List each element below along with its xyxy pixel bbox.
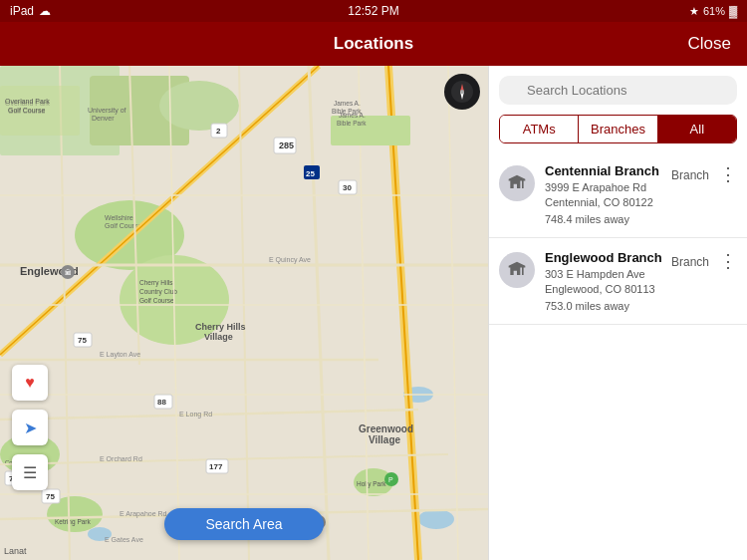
favorite-button[interactable]: ♥ [12,365,48,401]
location-button[interactable]: ➤ [12,410,48,445]
svg-text:75: 75 [78,336,87,345]
battery-percent: 61% [703,5,725,17]
svg-text:P: P [388,476,393,483]
svg-text:25: 25 [306,169,315,178]
close-button[interactable]: Close [688,34,731,54]
location-type: Branch [671,255,709,269]
page-title: Locations [334,34,413,54]
svg-point-19 [418,509,454,529]
svg-text:177: 177 [209,462,223,471]
location-list: Centennial Branch 3999 E Arapahoe Rd Cen… [489,151,747,560]
location-name: Centennial Branch [545,163,671,178]
svg-text:James A.: James A. [334,100,361,107]
time-label: 12:52 PM [348,4,398,18]
svg-text:Village: Village [369,434,400,445]
svg-text:Holly Park: Holly Park [357,480,386,488]
location-address: 303 E Hampden Ave Englewood, CO 80113 [545,267,671,298]
search-area-button[interactable]: Search Area [164,508,324,540]
location-type: Branch [671,168,709,182]
right-panel: 🔍 ATMs Branches All Centennial Branch [488,66,747,560]
location-distance: 753.0 miles away [545,300,671,312]
svg-text:2: 2 [216,127,221,136]
search-input[interactable] [499,76,737,105]
list-item[interactable]: Englewood Branch 303 E Hampden Ave Engle… [489,238,747,325]
tab-atms[interactable]: ATMs [500,116,579,142]
svg-text:E Long Rd: E Long Rd [179,411,212,419]
branch-icon [499,252,535,288]
location-meta: Branch ⋮ [671,163,737,185]
location-address: 3999 E Arapahoe Rd Centennial, CO 80122 [545,180,671,211]
svg-text:285: 285 [279,140,294,150]
carrier-label: iPad [10,4,34,18]
svg-text:E Layton Ave: E Layton Ave [100,351,140,359]
lanat-label: Lanat [4,546,27,556]
map-area[interactable]: Wellshire Golf Course Cherry Hills Count… [0,66,488,560]
svg-text:Golf Course: Golf Course [139,297,174,304]
svg-text:88: 88 [157,398,166,407]
svg-text:University of: University of [88,107,126,115]
location-info: Englewood Branch 303 E Hampden Ave Engle… [545,250,671,312]
svg-text:Bible Park: Bible Park [337,120,367,127]
more-options-button[interactable]: ⋮ [719,250,737,272]
branch-icon [499,165,535,201]
svg-text:Greenwood: Greenwood [359,423,413,434]
svg-text:James A.: James A. [339,112,366,119]
filter-tabs: ATMs Branches All [499,115,737,143]
location-info: Centennial Branch 3999 E Arapahoe Rd Cen… [545,163,671,225]
svg-text:E Arapahoe Rd: E Arapahoe Rd [120,510,167,518]
nav-bar: Locations Close [0,22,747,66]
search-container: 🔍 [489,66,747,111]
svg-text:Cherry Hills: Cherry Hills [195,322,246,332]
svg-text:Country Club: Country Club [139,288,177,296]
main-content: Wellshire Golf Course Cherry Hills Count… [0,66,747,560]
list-item[interactable]: Centennial Branch 3999 E Arapahoe Rd Cen… [489,151,747,238]
battery-icon: ▓ [729,5,737,17]
location-meta: Branch ⋮ [671,250,737,272]
svg-text:75: 75 [46,492,55,501]
svg-text:30: 30 [343,183,352,192]
svg-text:Golf Course: Golf Course [8,107,45,114]
svg-text:E Quincy Ave: E Quincy Ave [269,256,311,264]
location-distance: 748.4 miles away [545,213,671,225]
svg-text:Denver: Denver [92,115,115,122]
svg-text:Village: Village [204,332,233,342]
svg-text:E Gates Ave: E Gates Ave [105,536,143,543]
list-button[interactable]: ☰ [12,454,48,490]
svg-text:🏛: 🏛 [65,268,72,276]
tab-all[interactable]: All [658,116,736,142]
svg-text:Overland Park: Overland Park [5,98,50,105]
svg-point-3 [159,81,239,131]
svg-text:Wellshire: Wellshire [105,214,133,221]
tab-branches[interactable]: Branches [579,116,657,142]
location-name: Englewood Branch [545,250,671,265]
more-options-button[interactable]: ⋮ [719,163,737,185]
svg-text:E Orchard Rd: E Orchard Rd [100,455,142,462]
compass-icon[interactable] [444,74,480,110]
svg-point-93 [460,90,464,94]
svg-text:Ketring Park: Ketring Park [55,518,92,526]
status-bar: iPad ☁ 12:52 PM ★ 61% ▓ [0,0,747,22]
wifi-icon: ☁ [39,4,51,18]
svg-text:Cherry Hills: Cherry Hills [139,279,173,287]
bluetooth-icon: ★ [689,5,699,18]
